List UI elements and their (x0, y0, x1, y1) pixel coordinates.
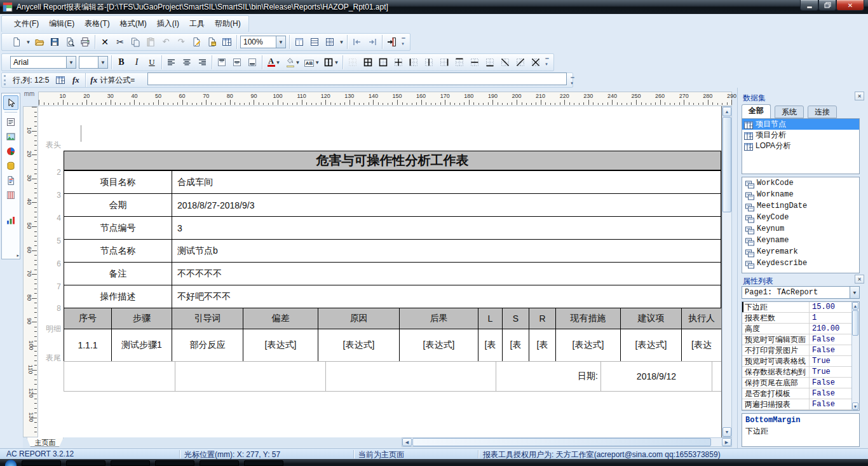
hscroll-thumb[interactable] (412, 438, 711, 446)
font-color-button[interactable]: A▼ (264, 55, 283, 70)
chevron-down-icon[interactable]: ▼ (334, 60, 339, 65)
close-button[interactable]: ✕ (836, 0, 864, 11)
border-bottom-button[interactable] (482, 55, 498, 70)
border-inner-v-button[interactable] (421, 55, 437, 70)
grid-detail-cell[interactable]: 1.1.1 (64, 329, 112, 362)
valign-bottom-button[interactable] (245, 55, 260, 70)
grid-header-cell[interactable]: 步骤 (112, 308, 172, 329)
tool-chart[interactable] (3, 212, 18, 227)
align-center-button[interactable] (179, 55, 194, 70)
field-item[interactable]: MeetingDate (742, 200, 859, 212)
date-label-cell[interactable]: 日期: (496, 362, 601, 392)
menu-insert[interactable]: 插入(I) (152, 17, 184, 31)
field-item[interactable]: Keynum (742, 223, 859, 235)
field-item[interactable]: WorkCode (742, 177, 859, 189)
property-row[interactable]: 报表栏数1 (742, 313, 859, 324)
formula-input[interactable] (147, 72, 567, 85)
field-item[interactable]: Workname (742, 189, 859, 200)
fx-button[interactable]: fx (68, 72, 83, 88)
dataset-table-item[interactable]: LOPA分析 (742, 140, 859, 151)
pg-thumb[interactable] (852, 310, 858, 336)
grid-header-cell[interactable]: R (529, 308, 556, 329)
grid-detail-cell[interactable]: [表达式] (621, 329, 682, 362)
tool-image[interactable] (3, 129, 18, 144)
info-value-cell[interactable]: 不不不不不 (172, 263, 721, 285)
info-label-cell[interactable]: 节点编号 (64, 217, 172, 240)
vertical-scrollbar[interactable]: ▲ ▼ (722, 106, 732, 437)
grid-header-cell[interactable]: 偏差 (243, 308, 318, 329)
property-row[interactable]: 是否套打模板False (742, 388, 859, 399)
table-style-button[interactable] (219, 34, 234, 50)
scroll-up-icon[interactable]: ▲ (852, 302, 858, 310)
grid-detail-cell[interactable]: [表达 (682, 329, 722, 362)
border-diag-up-button[interactable] (513, 55, 528, 70)
dataset-tab-1[interactable]: 全部 (742, 104, 771, 118)
scroll-right-icon[interactable]: ▶ (722, 438, 731, 446)
align-right-button[interactable] (194, 55, 210, 70)
menu-format[interactable]: 格式(M) (115, 17, 152, 31)
chevron-down-icon[interactable]: ▼ (315, 60, 320, 65)
menu-file[interactable]: 文件(F) (9, 17, 44, 31)
toolbar-overflow-icon[interactable]: ▔▾ (543, 55, 551, 70)
scroll-down-icon[interactable]: ▼ (852, 402, 858, 410)
menu-table[interactable]: 表格(T) (79, 17, 114, 31)
property-target-combo[interactable]: Page1: TAcReport ▼ (742, 286, 860, 299)
table-grid-button[interactable] (322, 34, 337, 50)
tool-rich-text[interactable] (3, 173, 18, 188)
valign-middle-button[interactable] (229, 55, 245, 70)
font-size-combo[interactable]: ▼ (79, 56, 108, 69)
scroll-left-icon[interactable]: ◀ (402, 438, 412, 446)
tool-pie-chart[interactable] (3, 144, 18, 158)
dataset-tab-2[interactable]: 系统 (775, 106, 804, 118)
indent-left-button[interactable] (349, 34, 365, 50)
menu-tools[interactable]: 工具 (184, 17, 210, 31)
property-row[interactable]: 下边距15.00 (742, 302, 859, 313)
underline-button[interactable]: U (144, 55, 159, 70)
grid-detail-cell[interactable]: [表达式] (243, 329, 318, 362)
toolbox-expand-icon[interactable]: ▸ (17, 253, 19, 258)
exit-button[interactable] (384, 34, 400, 50)
tool-barcode[interactable] (3, 158, 18, 173)
report-title-cell[interactable]: 危害与可操作性分析工作表 (64, 151, 721, 170)
grid-detail-cell[interactable]: [表达式] (400, 329, 478, 362)
grid-header-cell[interactable]: S (503, 308, 529, 329)
grid-header-cell[interactable]: 引导词 (172, 308, 243, 329)
text-direction-button[interactable]: AB▼ (302, 55, 322, 70)
print-button[interactable] (78, 34, 93, 50)
restore-button[interactable] (818, 0, 836, 11)
grid-detail-cell[interactable]: [表达式] (318, 329, 400, 362)
border-picker-button[interactable]: ▼ (322, 55, 341, 70)
table-rows-button[interactable] (307, 34, 322, 50)
border-cross-button[interactable] (391, 55, 406, 70)
zoom-combo[interactable]: 100%▼ (240, 36, 286, 48)
chevron-down-icon[interactable]: ▼ (337, 34, 345, 50)
redo-button[interactable]: ↷ (173, 34, 189, 50)
grid-header-cell[interactable]: 建议项 (621, 308, 682, 329)
cell-table-button[interactable] (53, 72, 68, 88)
scroll-down-icon[interactable]: ▼ (722, 427, 731, 437)
grid-header-cell[interactable]: 现有措施 (556, 308, 621, 329)
property-grid-scrollbar[interactable]: ▲ ▼ (851, 302, 859, 410)
chevron-down-icon[interactable]: ▼ (850, 287, 859, 298)
tool-text-box[interactable] (3, 114, 18, 129)
border-left-button[interactable] (406, 55, 421, 70)
indent-right-button[interactable] (365, 34, 380, 50)
footer-cell[interactable] (712, 362, 722, 392)
cut-button[interactable]: ✂ (112, 34, 128, 50)
chevron-down-icon[interactable]: ▼ (66, 57, 76, 68)
page-setup-button[interactable] (292, 34, 307, 50)
info-label-cell[interactable]: 操作描述 (64, 285, 172, 308)
border-diag-both-button[interactable] (528, 55, 543, 70)
save-button[interactable] (47, 34, 62, 50)
page-tab[interactable]: 主页面 (27, 437, 64, 447)
grid-header-cell[interactable]: 序号 (64, 308, 112, 329)
dataset-close-icon[interactable]: ✕ (855, 92, 864, 100)
property-row[interactable]: 预览时可调表格线True (742, 356, 859, 367)
toolbar-overflow-icon[interactable]: ▔▾ (400, 34, 407, 50)
info-value-cell[interactable]: 测试节点b (172, 240, 721, 263)
property-row[interactable]: 高度210.00 (742, 324, 859, 334)
border-all-button[interactable] (360, 55, 376, 70)
copy-button[interactable] (128, 34, 143, 50)
grid-header-cell[interactable]: 执行人 (682, 308, 722, 329)
info-label-cell[interactable]: 项目名称 (64, 171, 172, 194)
